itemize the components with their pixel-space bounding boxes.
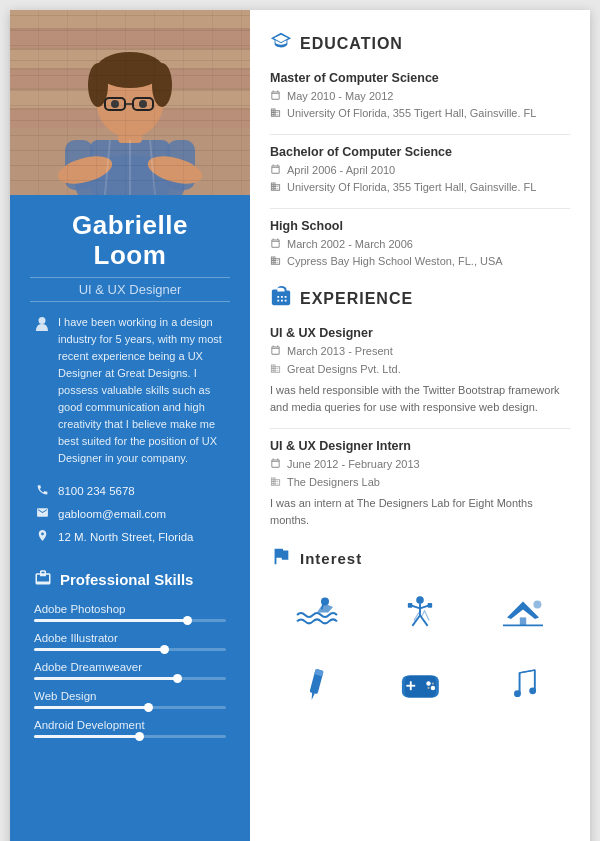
fitness-icon bbox=[396, 594, 444, 640]
skill-bar-bg bbox=[34, 619, 226, 622]
svg-point-50 bbox=[426, 681, 430, 685]
svg-point-18 bbox=[152, 63, 172, 107]
person-name: Gabrielle Loom bbox=[30, 211, 230, 271]
experience-icon bbox=[270, 285, 292, 312]
svg-point-42 bbox=[534, 601, 542, 609]
photo-area bbox=[10, 10, 250, 195]
skill-bar-bg bbox=[34, 735, 226, 738]
svg-rect-4 bbox=[10, 70, 250, 88]
divider bbox=[270, 134, 570, 135]
phone-icon bbox=[34, 483, 50, 499]
svg-line-30 bbox=[150, 140, 155, 195]
exp-date: March 2013 - Present bbox=[287, 344, 393, 359]
exp-date: June 2012 - February 2013 bbox=[287, 457, 420, 472]
interest-section: Interest bbox=[270, 545, 570, 720]
gaming-icon bbox=[396, 666, 444, 712]
svg-rect-0 bbox=[10, 10, 250, 195]
interest-title: Interest bbox=[300, 550, 362, 567]
skill-name: Adobe Illustrator bbox=[34, 632, 226, 644]
bio-icon bbox=[34, 316, 50, 467]
skill-bar-fill bbox=[34, 706, 149, 709]
experience-item: UI & UX Designer March 2013 - Present Gr… bbox=[270, 326, 570, 416]
skill-name: Adobe Dreamweaver bbox=[34, 661, 226, 673]
email-text: gabloom@email.com bbox=[58, 508, 166, 520]
skills-title: Professional Skills bbox=[60, 571, 193, 588]
svg-point-26 bbox=[55, 151, 115, 189]
address-item: 12 M. North Street, Florida bbox=[34, 529, 226, 545]
svg-line-28 bbox=[105, 140, 110, 195]
interest-item-music bbox=[477, 658, 570, 720]
briefcase-icon bbox=[34, 568, 52, 591]
experience-list: UI & UX Designer March 2013 - Present Gr… bbox=[270, 326, 570, 529]
skill-bar-fill bbox=[34, 648, 165, 651]
left-info: Gabrielle Loom UI & UX Designer I have b… bbox=[10, 195, 250, 768]
edu-degree: High School bbox=[270, 219, 570, 233]
calendar-icon bbox=[270, 90, 281, 103]
skill-item: Adobe Photoshop bbox=[34, 603, 226, 622]
swimming-icon bbox=[293, 594, 341, 640]
interest-header: Interest bbox=[270, 545, 570, 576]
skill-bar-bg bbox=[34, 677, 226, 680]
education-item: Bachelor of Computer Science April 2006 … bbox=[270, 145, 570, 196]
experience-section: EXPERIENCE UI & UX Designer March 2013 -… bbox=[270, 285, 570, 529]
calendar-icon bbox=[270, 345, 281, 358]
svg-rect-20 bbox=[133, 98, 153, 110]
edu-degree: Master of Computer Science bbox=[270, 71, 570, 85]
education-list: Master of Computer Science May 2010 - Ma… bbox=[270, 71, 570, 269]
education-item: Master of Computer Science May 2010 - Ma… bbox=[270, 71, 570, 122]
interest-grid bbox=[270, 586, 570, 720]
svg-point-52 bbox=[427, 687, 429, 689]
skills-list: Adobe Photoshop Adobe Illustrator Adobe … bbox=[34, 603, 226, 738]
skill-name: Web Design bbox=[34, 690, 226, 702]
bio-text: I have been working in a design industry… bbox=[58, 314, 226, 467]
svg-rect-5 bbox=[10, 90, 250, 108]
edu-degree: Bachelor of Computer Science bbox=[270, 145, 570, 159]
education-header: EDUCATION bbox=[270, 30, 570, 61]
svg-rect-6 bbox=[10, 110, 250, 128]
edu-inst-row: Cypress Bay High School Weston, FL., USA bbox=[270, 254, 570, 269]
experience-title: EXPERIENCE bbox=[300, 290, 413, 308]
experience-item: UI & UX Designer Intern June 2012 - Febr… bbox=[270, 439, 570, 529]
exp-company: The Designers Lab bbox=[287, 475, 380, 490]
edu-date-row: March 2002 - March 2006 bbox=[270, 237, 570, 252]
graduation-icon bbox=[270, 30, 292, 57]
svg-rect-24 bbox=[65, 140, 93, 190]
music-icon bbox=[499, 666, 547, 712]
institution-icon bbox=[270, 181, 281, 194]
divider bbox=[270, 428, 570, 429]
svg-point-51 bbox=[431, 686, 435, 690]
exp-company-row: Great Designs Pvt. Ltd. bbox=[270, 362, 570, 377]
svg-rect-19 bbox=[105, 98, 125, 110]
bio-section: I have been working in a design industry… bbox=[30, 314, 230, 467]
skill-name: Android Development bbox=[34, 719, 226, 731]
education-item: High School March 2002 - March 2006 Cypr… bbox=[270, 219, 570, 270]
exp-description: I was an intern at The Designers Lab for… bbox=[270, 495, 570, 529]
interest-item-gaming bbox=[373, 658, 466, 720]
edu-institution: University Of Florida, 355 Tigert Hall, … bbox=[287, 180, 536, 195]
svg-point-16 bbox=[96, 52, 164, 88]
profile-photo bbox=[10, 10, 250, 195]
exp-role: UI & UX Designer Intern bbox=[270, 439, 570, 453]
divider bbox=[270, 208, 570, 209]
skill-bar-bg bbox=[34, 706, 226, 709]
company-icon bbox=[270, 476, 281, 489]
exp-company: Great Designs Pvt. Ltd. bbox=[287, 362, 401, 377]
svg-rect-39 bbox=[408, 603, 413, 608]
calendar-icon bbox=[270, 164, 281, 177]
skill-item: Android Development bbox=[34, 719, 226, 738]
calendar-icon bbox=[270, 458, 281, 471]
svg-rect-2 bbox=[10, 30, 250, 48]
svg-rect-14 bbox=[118, 115, 142, 143]
right-column: EDUCATION Master of Computer Science May… bbox=[250, 10, 590, 841]
svg-rect-13 bbox=[90, 140, 170, 195]
travel-icon bbox=[499, 594, 547, 640]
edu-date: April 2006 - April 2010 bbox=[287, 163, 395, 178]
calendar-icon bbox=[270, 238, 281, 251]
skill-name: Adobe Photoshop bbox=[34, 603, 226, 615]
resume-container: Gabrielle Loom UI & UX Designer I have b… bbox=[10, 10, 590, 841]
svg-point-33 bbox=[416, 596, 424, 604]
company-icon bbox=[270, 363, 281, 376]
job-title: UI & UX Designer bbox=[30, 277, 230, 302]
phone-text: 8100 234 5678 bbox=[58, 485, 135, 497]
skill-bar-fill bbox=[34, 619, 188, 622]
